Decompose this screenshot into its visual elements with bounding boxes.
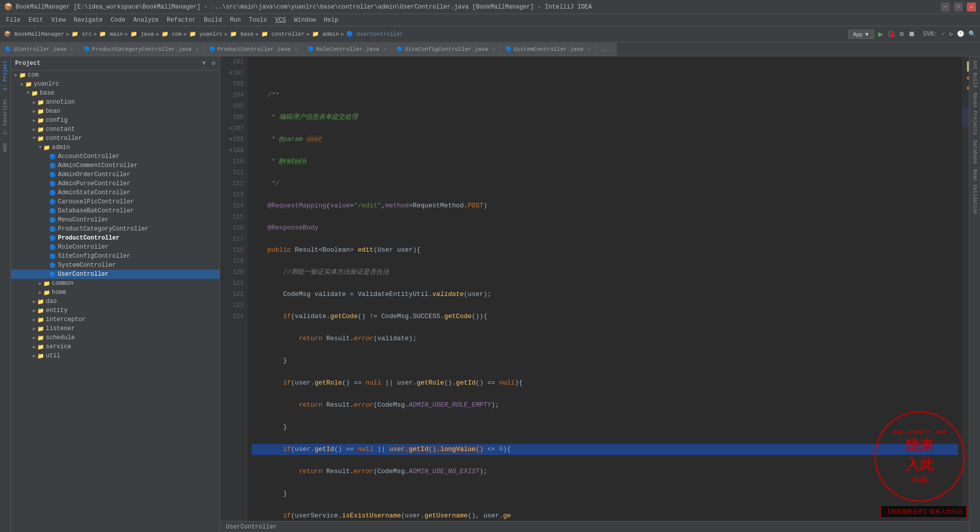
toolbar-icon2[interactable]: ⏹ [908, 30, 915, 38]
vtab-web[interactable]: Web [2, 139, 9, 156]
tree-item-constant[interactable]: ▶ 📁 constant [11, 125, 219, 134]
tree-item-home[interactable]: ▶ 📁 home [11, 288, 219, 297]
sidebar-header: Project ▼ ⚙ [11, 56, 219, 70]
menu-edit[interactable]: Edit [25, 16, 47, 25]
breadcrumb-controller[interactable]: 📁 controller [261, 31, 305, 37]
tree-item-bean[interactable]: ▶ 📁 bean [11, 107, 219, 116]
breadcrumb-usercontroller[interactable]: 🔵 UserController [346, 31, 403, 37]
tab-productcontroller[interactable]: 🔵 ProductController.java ✕ [204, 43, 303, 56]
watermark-sub: 出品 [912, 474, 928, 485]
close-button[interactable]: ✕ [967, 3, 976, 12]
sidebar-gear-icon[interactable]: ⚙ [212, 59, 215, 67]
right-panel: Ant Build Maven Projects Database Bean V… [969, 56, 980, 532]
breadcrumb-main[interactable]: 📁 main [99, 31, 123, 37]
menu-analyze[interactable]: Analyze [129, 16, 163, 25]
tree-item-productcategorycontroller[interactable]: ▶ 🔵 ProductCategoryController [11, 224, 219, 234]
watermark-main1: 猿来 [906, 436, 934, 455]
tree-item-menucontroller[interactable]: ▶ 🔵 MenuController [11, 215, 219, 224]
svn-check-icon[interactable]: ✓ [942, 30, 945, 38]
tree-item-controller[interactable]: ▼ 📁 controller [11, 134, 219, 143]
tree-item-schedule[interactable]: ▶ 📁 schedule [11, 333, 219, 342]
menu-file[interactable]: File [2, 16, 25, 25]
tab-siteconfigcontroller[interactable]: 🔵 SiteConfigController.java ✕ [392, 43, 500, 56]
app-dropdown-button[interactable]: App ▼ [848, 30, 874, 39]
watermark-box: 【倒卖侵权必究】猿来入此出品 [880, 505, 967, 518]
menu-run[interactable]: Run [226, 16, 245, 25]
sidebar-tree: ▶ 📁 com ▶ 📁 yuanlrc ▼ 📁 base ▶ 📁 annotio… [11, 70, 219, 532]
vtab-favorites[interactable]: 2: Favorites [2, 95, 9, 139]
tree-item-service[interactable]: ▶ 📁 service [11, 342, 219, 351]
tree-item-rolecontroller[interactable]: ▶ 🔵 RoleController [11, 243, 219, 252]
file-footer: UserController [220, 521, 969, 532]
code-editor[interactable]: /** * 编辑用户信息表单提交处理 * @param user * @retu… [248, 56, 962, 521]
sidebar-options: ▼ [202, 60, 206, 67]
breadcrumb-src[interactable]: 📁 src [71, 31, 92, 37]
svn-update-icon[interactable]: ↻ [949, 30, 953, 38]
sidebar-title: Project [15, 60, 40, 67]
tree-item-entity[interactable]: ▶ 📁 entity [11, 306, 219, 315]
menu-navigate[interactable]: Navigate [69, 16, 107, 25]
tree-item-adminpursecontroller[interactable]: ▶ 🔵 AdminPurseController [11, 179, 219, 188]
center-column: 101 ◁102 103 104 105 106 ◁107 ◁108 ◁109 … [220, 56, 969, 532]
run-icon[interactable]: ▶ [878, 29, 883, 39]
tree-item-annotion[interactable]: ▶ 📁 annotion [11, 98, 219, 107]
database-tab[interactable]: Database [971, 138, 978, 166]
tab-rolecontroller[interactable]: 🔵 RoleController.java ✕ [303, 43, 392, 56]
maximize-button[interactable]: □ [954, 3, 963, 12]
current-file-label: UserController [226, 523, 277, 530]
search-icon[interactable]: 🔍 [968, 30, 976, 38]
tree-item-systemcontroller[interactable]: ▶ 🔵 SystemController [11, 261, 219, 270]
breadcrumb-com[interactable]: 📁 com [162, 31, 182, 37]
tree-item-base[interactable]: ▼ 📁 base [11, 89, 219, 98]
breadcrumb-base[interactable]: 📁 base [230, 31, 254, 37]
tree-item-admincommentcontroller[interactable]: ▶ 🔵 AdminCommentController [11, 161, 219, 170]
tree-item-accountcontroller[interactable]: ▶ 🔵 AccountController [11, 152, 219, 161]
tree-item-yuanlrc[interactable]: ▶ 📁 yuanlrc [11, 80, 219, 89]
breadcrumb-yuanlrc[interactable]: 📁 yuanlrc [189, 31, 223, 37]
tree-item-adminstatecontroller[interactable]: ▶ 🔵 AdminStateController [11, 188, 219, 197]
menu-vcs[interactable]: VCS [271, 16, 290, 25]
tree-item-dao[interactable]: ▶ 📁 dao [11, 297, 219, 306]
tree-item-databasebakcontroller[interactable]: ▶ 🔵 DatabaseBakController [11, 206, 219, 215]
tree-item-util[interactable]: ▶ 📁 util [11, 351, 219, 360]
tab-more[interactable]: ... [596, 43, 617, 56]
toolbar-icon1[interactable]: ⚙ [899, 30, 903, 38]
tree-item-usercontroller[interactable]: ▶ 🔵 UserController [11, 270, 219, 279]
tab-systemcontroller[interactable]: 🔵 SystemController.java ✕ [501, 43, 596, 56]
tree-item-productcontroller[interactable]: ▶ 🔵 ProductController [11, 234, 219, 243]
tree-item-com[interactable]: ▶ 📁 com [11, 70, 219, 80]
tree-item-interceptor[interactable]: ▶ 📁 interceptor [11, 315, 219, 324]
tab-icontroller[interactable]: 🔵 iController.java ✕ [0, 43, 79, 56]
debug-icon[interactable]: 🐞 [887, 30, 895, 38]
tree-item-carouselpiccontroller[interactable]: ▶ 🔵 CarouselPicController [11, 197, 219, 206]
tree-item-adminordercontroller[interactable]: ▶ 🔵 AdminOrderController [11, 170, 219, 179]
full-layout: 1: Project 2: Favorites Web Project ▼ ⚙ … [0, 56, 980, 532]
vtab-project[interactable]: 1: Project [2, 56, 9, 95]
menu-build[interactable]: Build [200, 16, 226, 25]
tree-item-admin[interactable]: ▼ 📁 admin [11, 143, 219, 152]
menu-tools[interactable]: Tools [245, 16, 271, 25]
menu-view[interactable]: View [47, 16, 70, 25]
title-bar: 📦 BookMallManager [E:\idea_workspace\Boo… [0, 0, 980, 14]
menu-help[interactable]: Help [320, 16, 342, 25]
sidebar-panel: Project ▼ ⚙ ▶ 📁 com ▶ 📁 yuanlrc ▼ 📁 base… [11, 56, 220, 532]
tabs-bar: 🔵 iController.java ✕ 🔵 ProductCategoryCo… [0, 42, 980, 56]
bean-validation-tab[interactable]: Bean Validation [971, 167, 978, 216]
menu-refactor[interactable]: Refactor [163, 16, 200, 25]
line-numbers: 101 ◁102 103 104 105 106 ◁107 ◁108 ◁109 … [220, 56, 248, 521]
tree-item-siteconfigcontroller[interactable]: ▶ 🔵 SiteConfigController [11, 252, 219, 261]
tab-productcategorycontroller[interactable]: 🔵 ProductCategoryController.java ✕ [79, 43, 204, 56]
maven-projects-tab[interactable]: Maven Projects [971, 91, 978, 137]
tree-item-config[interactable]: ▶ 📁 config [11, 116, 219, 125]
svn-label: SVN: [923, 31, 938, 38]
breadcrumb-admin[interactable]: 📁 admin [312, 31, 339, 37]
tree-item-common[interactable]: ▶ 📁 common [11, 279, 219, 288]
minimize-button[interactable]: — [941, 3, 950, 12]
tree-item-listener[interactable]: ▶ 📁 listener [11, 324, 219, 333]
menu-window[interactable]: Window [290, 16, 320, 25]
menu-code[interactable]: Code [107, 16, 129, 25]
ant-build-tab[interactable]: Ant Build [971, 58, 978, 90]
breadcrumb-project[interactable]: 📦 BookMallManager [4, 31, 64, 37]
editor-area: 101 ◁102 103 104 105 106 ◁107 ◁108 ◁109 … [220, 56, 969, 532]
breadcrumb-java[interactable]: 📁 java [130, 31, 154, 37]
